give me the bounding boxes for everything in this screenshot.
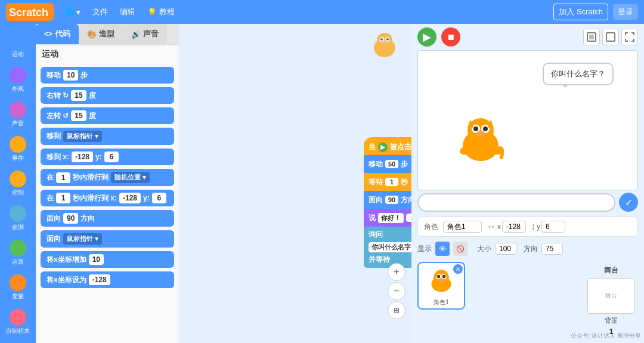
top-nav: 🌐 ▾ 文件 编辑 💡 教程 [60, 4, 179, 20]
globe-arrow: ▾ [76, 8, 80, 17]
svg-text:Scratch: Scratch [9, 7, 48, 18]
block-face-90[interactable]: 面向 90 方向 [364, 191, 411, 209]
visibility-row: 显示 👁 🚫 大小 方向 [411, 239, 644, 258]
stage-cat-sprite [454, 110, 507, 172]
code-area[interactable]: 当 ▶ 被点击 移动 50 步 等待 1 秒 面向 90 方向 [179, 24, 411, 343]
block-when-flag[interactable]: 当 ▶ 被点击 [364, 137, 411, 155]
blocks-list: 移动 10 步 右转 ↻ 15 度 左转 ↺ 15 度 移到 鼠标指针 ▾ 移到… [36, 63, 179, 343]
stage-fullscreen-button[interactable] [621, 29, 638, 45]
operators-circle [10, 240, 26, 257]
edit-label: 编辑 [120, 7, 135, 17]
block-turn-left[interactable]: 左转 ↺ 15 度 [41, 107, 174, 124]
myblocks-circle [10, 309, 26, 326]
sidebar-item-myblocks[interactable]: 自制积木 [3, 305, 33, 339]
block-move[interactable]: 移动 10 步 [41, 67, 174, 84]
zoom-out-button[interactable]: − [388, 282, 405, 300]
sidebar-item-sensing[interactable]: 侦测 [3, 202, 33, 235]
block-wait-1[interactable]: 等待 1 秒 [364, 173, 411, 191]
hide-button[interactable]: 🚫 [453, 242, 467, 256]
code-icon: <> [44, 30, 52, 38]
backdrop-label: 背景 [605, 316, 618, 325]
sprite-info-panel: 角色 ↔ x ↕ y [417, 217, 638, 237]
sprite-info-label: 角色 [424, 222, 438, 232]
block-move-50[interactable]: 移动 50 步 [364, 155, 411, 173]
stop-button[interactable]: ⏹ [441, 27, 460, 47]
sprite-thumbnail [428, 265, 455, 298]
svg-point-3 [377, 33, 392, 48]
sidebar-item-variables[interactable]: 变量 [3, 271, 33, 304]
direction-label: 方向 [524, 244, 538, 254]
stage-size-buttons [583, 29, 638, 45]
motion-circle [10, 32, 26, 49]
sidebar-item-sound[interactable]: 声音 [3, 98, 33, 131]
block-point-towards[interactable]: 面向 鼠标指针 ▾ [41, 230, 174, 248]
globe-icon: 🌐 [64, 8, 74, 17]
sprite-name-label: 角色1 [434, 298, 449, 307]
block-glide-to[interactable]: 在 1 秒内滑行到 随机位置 ▾ [41, 169, 174, 186]
script-group-left[interactable]: 当 ▶ 被点击 移动 50 步 等待 1 秒 面向 90 方向 [364, 137, 411, 268]
size-input[interactable] [495, 243, 516, 255]
zoom-in-button[interactable]: + [388, 263, 405, 281]
show-label: 显示 [417, 244, 432, 254]
tab-code[interactable]: <> 代码 [36, 24, 79, 44]
tab-costume[interactable]: 🎨 造型 [79, 24, 123, 44]
stage-thumbnail[interactable]: 舞台 [587, 278, 635, 314]
logo[interactable]: Scratch [6, 3, 54, 21]
sidebar-item-events[interactable]: 事件 [3, 132, 33, 166]
costume-icon: 🎨 [87, 30, 97, 39]
sprite-x-input[interactable] [502, 221, 526, 233]
variables-label: 变量 [12, 292, 24, 301]
stage-small-button[interactable] [583, 29, 600, 45]
block-goto[interactable]: 移到 鼠标指针 ▾ [41, 128, 174, 145]
edit-menu[interactable]: 编辑 [115, 4, 140, 20]
sprite-name-input[interactable] [443, 221, 482, 233]
costume-tab-label: 造型 [99, 29, 114, 39]
sidebar-item-control[interactable]: 控制 [3, 167, 33, 200]
block-ask[interactable]: 询问 你叫什么名字？ 并等待 [364, 227, 411, 268]
bulb-icon: 💡 [147, 8, 157, 17]
direction-input[interactable] [541, 243, 563, 255]
right-panel: ▶ ⏹ [411, 24, 644, 343]
block-goto-xy[interactable]: 移到 x: -128 y: 6 [41, 149, 174, 165]
ask-input[interactable] [417, 193, 615, 212]
top-right: 加入 Scratch 登录 [553, 4, 638, 20]
block-change-x[interactable]: 将x坐标增加 10 [41, 251, 174, 268]
watermark: 公众号: 设计达人 整理分享 [571, 332, 641, 340]
login-button[interactable]: 登录 [613, 4, 638, 20]
sidebar-item-operators[interactable]: 运算 [3, 236, 33, 270]
green-flag-button[interactable]: ▶ [417, 27, 436, 47]
sprite-y-input[interactable] [541, 221, 565, 233]
show-button[interactable]: 👁 [435, 242, 450, 256]
looks-label: 外观 [12, 85, 24, 93]
sprite-delete-button[interactable]: ✕ [453, 264, 463, 274]
stage-panel-label: 舞台 [604, 265, 618, 276]
sidebar-item-motion[interactable]: 运动 [3, 29, 33, 62]
svg-point-26 [434, 270, 449, 285]
ask-check-button[interactable]: ✓ [619, 193, 638, 212]
block-turn-right[interactable]: 右转 ↻ 15 度 [41, 87, 174, 104]
block-glide-xy[interactable]: 在 1 秒内滑行到 x: -128 y: 6 [41, 190, 174, 206]
zoom-fit-button[interactable]: ⊞ [388, 301, 405, 319]
sprite-card-cat[interactable]: ✕ 角色1 [417, 262, 465, 310]
sidebar-item-looks[interactable]: 外观 [3, 63, 33, 97]
sprites-area: ✕ 角色1 [411, 258, 644, 343]
tab-sound[interactable]: 🔊 声音 [123, 24, 167, 44]
globe-menu[interactable]: 🌐 ▾ [60, 5, 85, 19]
stage-thumb-panel: 舞台 舞台 背景 1 [584, 262, 638, 339]
size-label: 大小 [477, 244, 491, 254]
events-label: 事件 [12, 154, 24, 162]
speech-text: 你叫什么名字？ [551, 69, 605, 78]
block-say[interactable]: 说 你好！ 2 秒 [364, 209, 411, 227]
join-button[interactable]: 加入 Scratch [553, 4, 608, 20]
svg-rect-12 [589, 35, 594, 39]
file-menu[interactable]: 文件 [88, 4, 113, 20]
category-label: 运动 [36, 45, 179, 63]
svg-rect-13 [606, 33, 615, 41]
file-label: 文件 [92, 7, 108, 17]
block-point-dir[interactable]: 面向 90 方向 [41, 210, 174, 227]
tutorial-menu[interactable]: 💡 教程 [143, 4, 179, 20]
stage-medium-button[interactable] [602, 29, 619, 45]
ask-input-row: ✓ [417, 193, 638, 212]
zoom-controls: + − ⊞ [388, 263, 405, 319]
block-set-x[interactable]: 将x坐标设为 -128 [41, 271, 174, 288]
